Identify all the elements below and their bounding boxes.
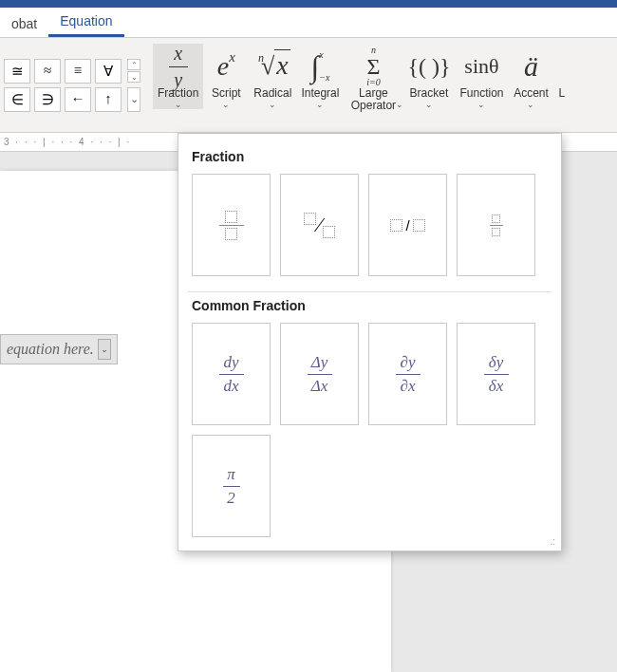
chevron-down-icon: ⌄ bbox=[477, 100, 485, 109]
integral-label: Integral bbox=[301, 87, 339, 100]
function-button[interactable]: sinθ Function ⌄ bbox=[455, 44, 508, 109]
chevron-down-icon: ⌄ bbox=[527, 100, 534, 109]
symbol-identical[interactable]: ≡ bbox=[65, 59, 91, 84]
integral-icon: ∫x−x bbox=[310, 46, 329, 87]
bracket-icon: {( )} bbox=[407, 46, 450, 87]
window-titlebar bbox=[0, 0, 617, 8]
large-operator-label: Large Operator bbox=[351, 87, 396, 112]
symbols-gallery: ≅ ≈ ≡ ∀ ⌃ ⌄ ∈ ∋ ← ↑ ⌄ bbox=[0, 38, 144, 132]
fraction-button[interactable]: xy Fraction ⌄ bbox=[153, 44, 203, 109]
symbols-more-button[interactable]: ⌄ bbox=[127, 87, 140, 112]
radical-label: Radical bbox=[253, 87, 291, 100]
script-label: Script bbox=[212, 87, 241, 100]
common-fraction-ddy-ddx[interactable]: δyδx bbox=[457, 323, 535, 425]
fraction-linear[interactable]: / bbox=[368, 174, 447, 276]
equation-options-dropdown[interactable]: ⌄ bbox=[98, 339, 111, 360]
limit-button-partial[interactable]: L bbox=[553, 44, 565, 100]
bracket-label: Bracket bbox=[410, 87, 449, 100]
equation-placeholder-text: equation here. bbox=[7, 341, 94, 358]
symbol-contains[interactable]: ∋ bbox=[34, 87, 61, 112]
accent-icon: ä bbox=[524, 46, 538, 87]
resize-grip-icon[interactable]: .: bbox=[550, 536, 555, 547]
large-operator-button[interactable]: nΣi=0 Large Operator ⌄ bbox=[344, 44, 402, 121]
common-fraction-partialy-partialx[interactable]: ∂y∂x bbox=[368, 323, 447, 425]
chevron-down-icon: ⌄ bbox=[222, 100, 230, 109]
symbols-scroll-up[interactable]: ⌃ bbox=[127, 59, 140, 70]
tab-acrobat[interactable]: obat bbox=[0, 10, 48, 37]
limit-label: L bbox=[558, 87, 565, 100]
symbol-element-of[interactable]: ∈ bbox=[4, 87, 30, 112]
fraction-small[interactable] bbox=[457, 174, 535, 276]
gallery-section-common-fraction: Common Fraction bbox=[192, 298, 548, 313]
accent-button[interactable]: ä Accent ⌄ bbox=[508, 44, 553, 109]
fraction-gallery-popup: Fraction ⁄ / Common Fraction dydx ΔyΔx ∂… bbox=[178, 133, 562, 551]
large-operator-icon: nΣi=0 bbox=[366, 46, 381, 87]
integral-button[interactable]: ∫x−x Integral ⌄ bbox=[296, 44, 344, 109]
script-icon: ex bbox=[217, 46, 235, 87]
ribbon-tabstrip: obat Equation bbox=[0, 8, 617, 38]
fraction-skewed[interactable]: ⁄ bbox=[280, 174, 359, 276]
radical-icon: n√x bbox=[255, 46, 290, 87]
symbol-up-arrow[interactable]: ↑ bbox=[95, 87, 122, 112]
function-label: Function bbox=[459, 87, 503, 100]
radical-button[interactable]: n√x Radical ⌄ bbox=[249, 44, 296, 109]
symbol-congruent[interactable]: ≅ bbox=[4, 59, 30, 84]
gallery-section-fraction: Fraction bbox=[192, 149, 548, 164]
symbol-forall[interactable]: ∀ bbox=[95, 59, 122, 84]
tab-equation[interactable]: Equation bbox=[48, 8, 123, 37]
symbol-approx[interactable]: ≈ bbox=[34, 59, 61, 84]
script-button[interactable]: ex Script ⌄ bbox=[203, 44, 249, 109]
fraction-stacked[interactable] bbox=[192, 174, 271, 276]
symbol-left-arrow[interactable]: ← bbox=[65, 87, 91, 112]
chevron-down-icon: ⌄ bbox=[316, 100, 324, 109]
common-fraction-pi-2[interactable]: π2 bbox=[192, 435, 271, 537]
equation-content-control[interactable]: equation here. ⌄ bbox=[0, 334, 118, 364]
chevron-down-icon: ⌄ bbox=[269, 100, 276, 109]
common-fraction-dy-dx[interactable]: dydx bbox=[192, 323, 271, 425]
chevron-down-icon: ⌄ bbox=[425, 100, 433, 109]
function-icon: sinθ bbox=[464, 46, 498, 87]
accent-label: Accent bbox=[514, 87, 549, 100]
symbols-scroll-down[interactable]: ⌄ bbox=[127, 71, 140, 83]
chevron-down-icon: ⌄ bbox=[396, 100, 403, 109]
chevron-down-icon: ⌄ bbox=[175, 100, 182, 109]
structures-group: xy Fraction ⌄ ex Script ⌄ n√x Radical ⌄ … bbox=[153, 38, 565, 132]
ribbon: ≅ ≈ ≡ ∀ ⌃ ⌄ ∈ ∋ ← ↑ ⌄ xy Fraction ⌄ bbox=[0, 38, 617, 133]
bracket-button[interactable]: {( )} Bracket ⌄ bbox=[402, 44, 455, 109]
fraction-label: Fraction bbox=[158, 87, 198, 100]
gallery-divider bbox=[188, 291, 552, 292]
common-fraction-deltay-deltax[interactable]: ΔyΔx bbox=[280, 323, 359, 425]
fraction-icon: xy bbox=[169, 46, 188, 87]
